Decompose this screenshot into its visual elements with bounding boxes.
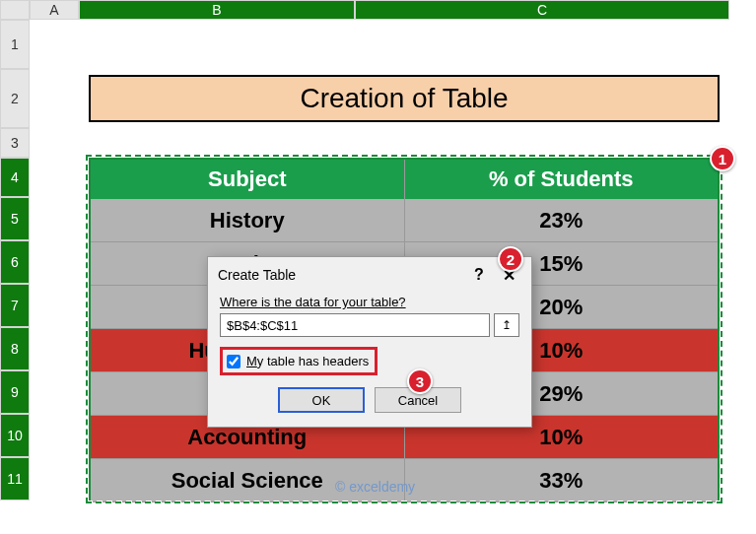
table-row[interactable]: History 23% [91,199,718,242]
callout-badge-1: 1 [710,146,735,171]
cell-subject[interactable]: History [91,199,405,241]
row-header-11[interactable]: 11 [0,457,30,501]
row-header-4[interactable]: 4 [0,158,30,197]
watermark: © exceldemy [335,479,415,495]
row-header-1[interactable]: 1 [0,20,30,69]
row-header-2[interactable]: 2 [0,69,30,128]
row-header-5[interactable]: 5 [0,197,30,240]
row-header-3[interactable]: 3 [0,128,30,158]
help-icon[interactable]: ? [464,263,494,287]
cell-pct[interactable]: 33% [405,459,719,501]
row-header-10[interactable]: 10 [0,414,30,457]
headers-checkbox[interactable] [227,355,241,368]
row-header-6[interactable]: 6 [0,240,30,284]
headers-checkbox-label: My table has headers [246,354,369,368]
row-header-9[interactable]: 9 [0,370,30,414]
range-input[interactable] [220,313,490,337]
dialog-title: Create Table [218,267,464,283]
callout-badge-2: 2 [498,246,523,272]
callout-badge-3: 3 [407,368,433,394]
create-table-dialog: Create Table ? ✕ Where is the data for y… [207,256,532,428]
header-pct[interactable]: % of Students [405,160,719,199]
row-header-7[interactable]: 7 [0,284,30,327]
header-subject[interactable]: Subject [91,160,405,199]
page-title: Creation of Table [89,75,720,122]
select-all-corner[interactable] [0,0,30,20]
range-picker-icon[interactable]: ↥ [494,313,519,337]
dialog-prompt: Where is the data for your table? [220,295,519,309]
headers-checkbox-group[interactable]: My table has headers [220,347,378,375]
col-header-A[interactable]: A [30,0,79,20]
dialog-titlebar[interactable]: Create Table ? ✕ [208,257,531,291]
col-header-C[interactable]: C [355,0,729,20]
cell-pct[interactable]: 23% [405,199,719,241]
col-header-B[interactable]: B [79,0,355,20]
row-header-8[interactable]: 8 [0,327,30,370]
spreadsheet-area: A B C 1 2 3 4 5 6 7 8 9 10 11 Creation o… [0,0,756,534]
table-header-row: Subject % of Students [91,160,718,199]
ok-button[interactable]: OK [278,387,365,413]
